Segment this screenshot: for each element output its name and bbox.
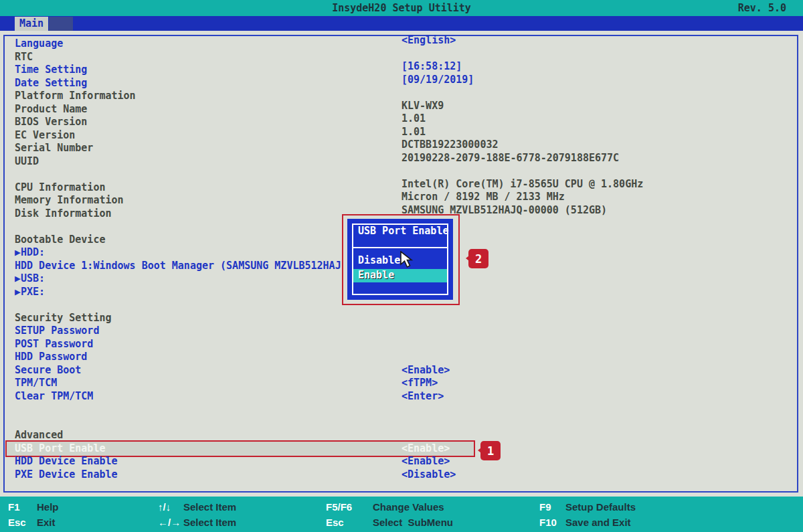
row-label[interactable]: ▶PXE: [15, 286, 45, 299]
title-bar: InsydeH20 Setup Utility Rev. 5.0 [0, 0, 803, 16]
row-value: 1.01 [402, 112, 426, 126]
key-left-right-action: Select Item [183, 517, 236, 528]
row-value: <Enter> [402, 390, 444, 404]
spacer [0, 416, 803, 430]
popup-option-enable[interactable]: Enable [353, 269, 447, 282]
row-date-setting[interactable]: Date Setting [09/19/2019] [0, 77, 803, 90]
row-hdd-password[interactable]: HDD Password [0, 351, 803, 364]
row-value: KLV-WX9 [402, 100, 444, 113]
row-label: Bootable Device [15, 234, 105, 247]
row-value: <English> [402, 34, 456, 48]
setup-utility-title: InsydeH20 Setup Utility [0, 0, 803, 16]
row-value: Micron / 8192 MB / 2133 MHz [402, 191, 565, 204]
row-value: <Disable> [402, 468, 456, 482]
row-tpm-tcm[interactable]: TPM/TCM <fTPM> [0, 377, 803, 390]
row-value: Intel(R) Core(TM) i7-8565U CPU @ 1.80GHz [402, 178, 643, 191]
key-esc-submenu-action: Select SubMenu [373, 517, 453, 528]
row-label[interactable]: Date Setting [15, 77, 87, 90]
row-label: Security Setting [15, 312, 112, 325]
key-hint-bar: F1 Help Esc Exit ↑/↓ Select Item ←/→ Sel… [0, 497, 803, 532]
key-up-down-icon: ↑/↓ [158, 501, 171, 513]
row-label: Product Name [15, 103, 87, 116]
row-value: <Enable> [402, 455, 450, 468]
row-usb-port-enable[interactable]: USB Port Enable <Enable> [0, 442, 803, 456]
key-f10: F10 [539, 517, 557, 528]
mouse-cursor-icon [400, 251, 415, 270]
row-label: BIOS Version [15, 116, 87, 129]
row-label[interactable]: ▶HDD: [15, 246, 45, 260]
row-label[interactable]: HDD Password [15, 351, 87, 364]
row-value: [16:58:12] [402, 60, 462, 74]
row-label[interactable]: POST Password [15, 338, 93, 351]
key-left-right-icon: ←/→ [158, 517, 181, 528]
key-f5-f6-action: Change Values [373, 501, 444, 513]
row-value: <Enable> [402, 364, 450, 377]
row-security-setting: Security Setting [0, 312, 803, 325]
row-value: 20190228-2079-188E-6778-2079188E677C [402, 152, 619, 165]
key-esc: Esc [8, 517, 26, 528]
key-up-down-action: Select Item [183, 501, 236, 513]
row-label: EC Version [15, 129, 75, 143]
row-label[interactable]: HDD Device 1:Windows Boot Manager (SAMSU… [15, 260, 341, 273]
key-f9: F9 [539, 501, 551, 513]
row-clear-tpm-tcm[interactable]: Clear TPM/TCM <Enter> [0, 390, 803, 404]
row-label[interactable]: SETUP Password [15, 325, 99, 338]
row-label: Memory Information [15, 194, 124, 207]
row-secure-boot[interactable]: Secure Boot <Enable> [0, 364, 803, 377]
row-label: RTC [15, 51, 33, 64]
row-value: 1.01 [402, 126, 426, 139]
annotation-badge-1: 1 [480, 441, 501, 460]
row-label[interactable]: HDD Device Enable [15, 455, 118, 468]
row-label: Serial Number [15, 142, 93, 155]
row-label[interactable]: Language [15, 37, 63, 51]
menu-bar: Main [0, 16, 803, 31]
row-label: CPU Information [15, 181, 105, 195]
key-f5-f6: F5/F6 [326, 501, 352, 513]
key-esc-submenu: Esc [326, 517, 344, 528]
key-f1: F1 [8, 501, 20, 513]
row-label: UUID [15, 155, 39, 169]
row-label: Platform Information [15, 90, 136, 103]
row-label: Disk Information [15, 207, 112, 221]
tab-shadow [49, 17, 73, 31]
row-label[interactable]: USB Port Enable [15, 442, 105, 456]
row-label[interactable]: ▶USB: [15, 272, 45, 286]
row-value: <Enable> [402, 442, 450, 456]
row-pxe-device-enable[interactable]: PXE Device Enable <Disable> [0, 468, 803, 482]
row-language[interactable]: Language <English> [0, 37, 803, 51]
row-hdd-device-enable[interactable]: HDD Device Enable <Enable> [0, 455, 803, 468]
row-value: <fTPM> [402, 377, 438, 390]
row-label[interactable]: Clear TPM/TCM [15, 390, 93, 404]
popup-title: USB Port Enable [353, 225, 447, 248]
annotation-badge-2: 2 [468, 249, 488, 268]
row-value: [09/19/2019] [402, 74, 474, 87]
row-uuid: UUID 20190228-2079-188E-6778-2079188E677… [0, 155, 803, 169]
revision-label: Rev. 5.0 [738, 0, 786, 16]
row-label[interactable]: TPM/TCM [15, 377, 57, 390]
row-setup-password[interactable]: SETUP Password [0, 325, 803, 338]
row-label[interactable]: Time Setting [15, 64, 87, 77]
row-label[interactable]: Secure Boot [15, 364, 81, 377]
spacer [0, 403, 803, 416]
row-post-password[interactable]: POST Password [0, 338, 803, 351]
key-f1-action: Help [37, 501, 59, 513]
tab-main[interactable]: Main [15, 17, 48, 31]
row-label[interactable]: PXE Device Enable [15, 468, 118, 482]
key-f9-action: Setup Defaults [565, 501, 636, 513]
key-esc-action: Exit [37, 517, 56, 528]
key-f10-action: Save and Exit [565, 517, 631, 528]
row-value: DCTBB19223000032 [402, 139, 499, 152]
